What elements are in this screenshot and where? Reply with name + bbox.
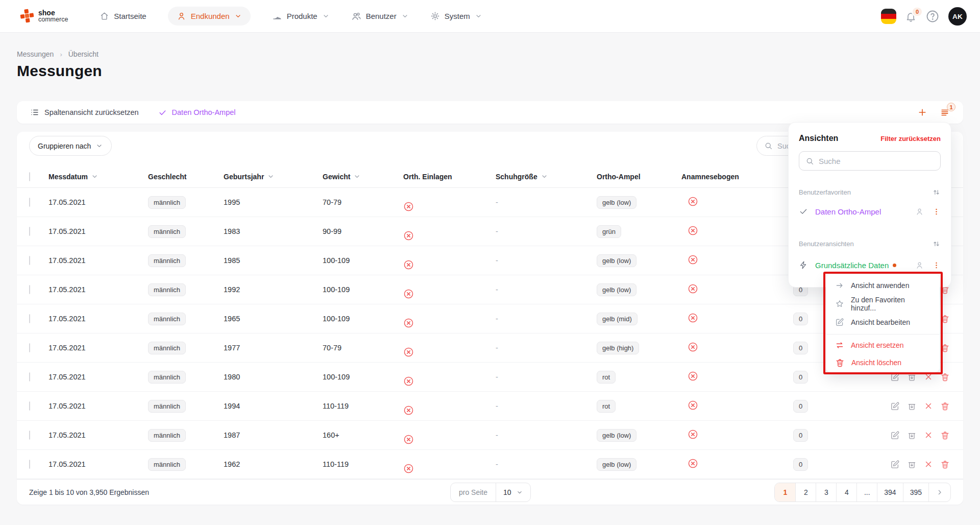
chevron-down-icon — [401, 12, 409, 20]
nav-item-endkunden[interactable]: Endkunden — [168, 7, 251, 26]
page-button[interactable]: 3 — [816, 483, 836, 502]
remove-row-button[interactable] — [924, 431, 933, 440]
reset-columns-label: Spaltenansicht zurücksetzen — [44, 108, 139, 116]
archive-row-button[interactable] — [907, 401, 917, 411]
nav-item-produkte[interactable]: Produkte — [272, 11, 330, 21]
reset-columns-button[interactable]: Spaltenansicht zurücksetzen — [30, 108, 139, 117]
row-checkbox[interactable] — [29, 256, 30, 265]
add-view-button[interactable] — [917, 107, 927, 117]
edit-row-button[interactable] — [890, 460, 900, 469]
user-view-name[interactable]: Grundsätzliche Daten — [815, 261, 889, 270]
row-checkbox[interactable] — [29, 227, 30, 236]
crossed-circle-icon — [403, 434, 496, 445]
help-button[interactable] — [925, 9, 940, 23]
reset-filter-button[interactable]: Filter zurücksetzen — [880, 135, 941, 142]
archive-row-button[interactable] — [907, 372, 917, 382]
page-button[interactable]: 395 — [903, 483, 928, 502]
notifications-button[interactable]: 0 — [905, 11, 917, 22]
avatar[interactable]: AK — [948, 7, 967, 26]
cell-geschlecht: männlich — [148, 458, 224, 471]
page-ellipsis[interactable]: ... — [856, 483, 877, 502]
select-all-checkbox[interactable] — [29, 172, 30, 181]
column-header[interactable]: Geburtsjahr — [224, 173, 323, 181]
edit-row-button[interactable] — [890, 401, 900, 411]
nav-item-system[interactable]: System — [430, 11, 482, 21]
archive-row-button[interactable] — [907, 431, 917, 440]
person-icon — [177, 11, 186, 21]
delete-row-button[interactable] — [940, 343, 950, 353]
breadcrumb-root[interactable]: Messungen — [17, 50, 54, 58]
menu-item-trash[interactable]: Ansicht löschen — [826, 354, 940, 371]
cell-ortho-ampel: grün — [597, 225, 681, 238]
row-checkbox[interactable] — [29, 431, 30, 440]
next-page-button[interactable] — [928, 483, 950, 502]
row-checkbox[interactable] — [29, 285, 30, 294]
edit-row-icon — [890, 372, 900, 382]
cell-geburtsjahr: 1987 — [224, 431, 323, 439]
delete-row-button[interactable] — [940, 460, 950, 469]
row-checkbox[interactable] — [29, 314, 30, 323]
delete-row-button[interactable] — [940, 372, 950, 382]
table-footer: Zeige 1 bis 10 von 3,950 Ergebnissen pro… — [17, 479, 963, 505]
sort-button[interactable] — [353, 173, 361, 180]
delete-row-button[interactable] — [940, 314, 950, 324]
sort-updown-icon[interactable] — [932, 188, 941, 197]
kebab-menu-icon[interactable] — [932, 207, 941, 216]
archive-row-icon — [907, 460, 917, 469]
remove-row-button[interactable] — [924, 372, 933, 381]
cell-geschlecht: männlich — [148, 400, 224, 413]
remove-row-button[interactable] — [924, 460, 933, 469]
circle-x-icon — [403, 230, 414, 241]
menu-item-swap[interactable]: Ansicht ersetzen — [826, 337, 940, 354]
row-checkbox[interactable] — [29, 372, 30, 381]
user-view-item[interactable]: Grundsätzliche Daten — [799, 260, 941, 270]
sort-button[interactable] — [267, 173, 275, 180]
cell-ortho-ampel: rot — [597, 371, 681, 384]
crossed-circle-icon — [688, 371, 698, 381]
page-button[interactable]: 394 — [877, 483, 902, 502]
row-checkbox[interactable] — [29, 460, 30, 469]
row-checkbox[interactable] — [29, 198, 30, 207]
menu-item-editsq[interactable]: Ansicht bearbeiten — [826, 313, 940, 331]
favorite-view-name[interactable]: Daten Ortho-Ampel — [815, 207, 881, 216]
page-button[interactable]: 2 — [795, 483, 816, 502]
column-header[interactable]: Gewicht — [323, 173, 403, 181]
per-page-select[interactable]: 10 — [496, 483, 530, 502]
active-view-chip[interactable]: Daten Ortho-Ampel — [158, 108, 236, 117]
users-icon — [351, 11, 361, 21]
trash-icon — [940, 401, 950, 411]
edit-row-button[interactable] — [890, 372, 900, 382]
group-by-button[interactable]: Gruppieren nach — [29, 136, 112, 156]
nav-item-startseite[interactable]: Startseite — [100, 11, 146, 21]
column-header: Anamnesebogen — [681, 173, 793, 181]
sort-updown-icon[interactable] — [932, 240, 941, 248]
cell-geschlecht: männlich — [148, 254, 224, 267]
views-search-input[interactable] — [819, 157, 934, 165]
archive-row-button[interactable] — [907, 460, 917, 469]
nav-item-benutzer[interactable]: Benutzer — [351, 11, 409, 21]
menu-item-arrowRight[interactable]: Ansicht anwenden — [826, 276, 940, 295]
row-checkbox[interactable] — [29, 343, 30, 352]
menu-item-star[interactable]: Zu den Favoriten hinzuf... — [826, 295, 940, 313]
column-header[interactable]: Messdatum — [48, 173, 148, 181]
sort-button[interactable] — [91, 173, 99, 180]
row-actions — [854, 401, 950, 411]
language-flag-german[interactable] — [881, 9, 896, 24]
kebab-menu-icon[interactable] — [932, 261, 941, 270]
sort-button[interactable] — [541, 173, 548, 180]
sort-chevron-icon — [267, 173, 275, 180]
main-nav: Startseite Endkunden Produkte Benutzer S… — [100, 7, 482, 26]
cell-geschlecht: männlich — [148, 371, 224, 384]
remove-row-button[interactable] — [924, 401, 933, 411]
edit-row-button[interactable] — [890, 431, 900, 440]
column-header[interactable]: Schuhgröße — [496, 173, 597, 181]
delete-row-button[interactable] — [940, 431, 950, 440]
delete-row-button[interactable] — [940, 401, 950, 411]
row-checkbox[interactable] — [29, 401, 30, 411]
page-button[interactable]: 1 — [775, 483, 795, 502]
chevron-down-icon — [322, 12, 330, 20]
brand-logo[interactable]: shoe commerce — [20, 9, 68, 23]
favorite-view-item[interactable]: Daten Ortho-Ampel — [799, 207, 941, 216]
views-list-button[interactable]: 1 — [940, 107, 950, 117]
page-button[interactable]: 4 — [836, 483, 856, 502]
